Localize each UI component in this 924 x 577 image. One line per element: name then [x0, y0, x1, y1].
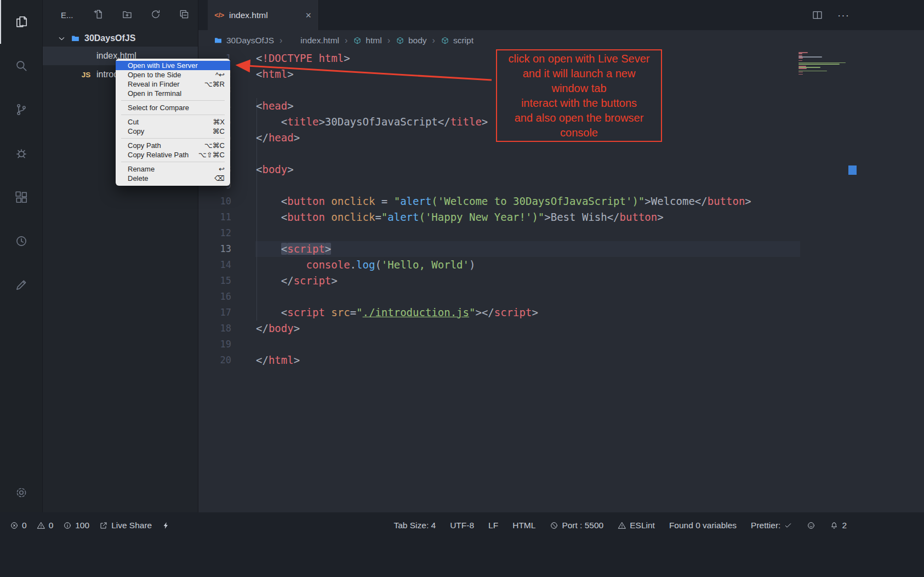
- new-folder-icon: [122, 9, 133, 20]
- breadcrumb-script[interactable]: script: [441, 36, 474, 45]
- line-number: 17: [198, 305, 231, 321]
- status-html[interactable]: HTML: [512, 521, 535, 530]
- code-line[interactable]: </html>: [256, 352, 792, 368]
- smiley-icon: [807, 521, 815, 530]
- status-utf-8[interactable]: UTF-8: [450, 521, 474, 530]
- menu-separator: [121, 138, 225, 139]
- git-icon: [14, 102, 28, 117]
- menu-item-copy-path[interactable]: Copy Path⌥⌘C: [116, 141, 230, 150]
- vscode-window: E... 30DaysOfJSindex.htmlJSintroduction.…: [0, 0, 924, 577]
- code-line[interactable]: <body>: [256, 162, 792, 178]
- status-100[interactable]: 100: [63, 521, 89, 530]
- status-prettier[interactable]: Prettier:: [751, 521, 792, 530]
- code-line[interactable]: [256, 178, 792, 193]
- breadcrumb-html[interactable]: html: [353, 36, 381, 45]
- debug-icon: [14, 146, 28, 161]
- more-actions-icon[interactable]: ···: [837, 9, 849, 21]
- split-editor-icon[interactable]: [812, 9, 823, 21]
- status-0[interactable]: 0: [10, 521, 27, 530]
- editor-actions: ···: [812, 0, 849, 30]
- folder-icon: [214, 36, 223, 45]
- share-icon: [99, 521, 108, 530]
- status-0[interactable]: 0: [37, 521, 54, 530]
- breadcrumb-separator: ›: [387, 36, 390, 45]
- status-left: 00100Live Share: [10, 521, 170, 530]
- activity-explorer[interactable]: [0, 0, 42, 44]
- info-icon: [63, 521, 72, 530]
- code-line[interactable]: <button onclick = "alert('Welcome to 30D…: [256, 193, 792, 209]
- menu-item-rename[interactable]: Rename↩: [116, 164, 230, 174]
- code-line[interactable]: [256, 289, 792, 305]
- warn-icon: [618, 521, 626, 530]
- breadcrumb: 30DaysOfJS›index.html›html›body›script: [198, 30, 924, 50]
- line-number: 12: [198, 225, 231, 241]
- refresh-button[interactable]: [150, 9, 161, 22]
- activity-history[interactable]: [0, 219, 42, 263]
- status-2[interactable]: 2: [830, 521, 847, 530]
- menu-item-cut[interactable]: Cut⌘X: [116, 117, 230, 127]
- code-line[interactable]: [256, 336, 792, 352]
- annotation-box: click on open with Live Sever and it wil…: [496, 49, 662, 142]
- tab-label: index.html: [229, 10, 268, 20]
- code-line[interactable]: [256, 146, 792, 162]
- breadcrumb-30daysofjs[interactable]: 30DaysOfJS: [214, 36, 274, 45]
- status-found-0-variables[interactable]: Found 0 variables: [669, 521, 737, 530]
- context-menu: Open with Live ServerOpen to the Side^↩R…: [116, 59, 230, 186]
- extensions-icon: [14, 190, 28, 204]
- close-tab-icon[interactable]: ×: [305, 10, 311, 20]
- gear-icon: [14, 485, 28, 500]
- history-icon: [14, 234, 28, 248]
- menu-item-reveal-in-finder[interactable]: Reveal in Finder⌥⌘R: [116, 79, 230, 89]
- menu-item-delete[interactable]: Delete⌫: [116, 174, 230, 183]
- code-line[interactable]: </body>: [256, 321, 792, 336]
- activity-feedback[interactable]: [0, 263, 42, 307]
- status-tab-size-4[interactable]: Tab Size: 4: [393, 521, 436, 530]
- refresh-icon: [150, 9, 161, 20]
- menu-item-open-to-the-side[interactable]: Open to the Side^↩: [116, 70, 230, 79]
- minimap[interactable]: [798, 52, 848, 75]
- search-icon: [14, 59, 28, 73]
- menu-item-copy-relative-path[interactable]: Copy Relative Path⌥⇧⌘C: [116, 150, 230, 159]
- new-file-button[interactable]: [93, 9, 104, 22]
- menu-item-copy[interactable]: Copy⌘C: [116, 127, 230, 136]
- tab-index-html[interactable]: </> index.html ×: [208, 0, 319, 30]
- status-smiley[interactable]: [807, 521, 815, 530]
- code-line[interactable]: [256, 225, 792, 241]
- tree-item-root-folder[interactable]: 30DaysOfJS: [43, 30, 198, 47]
- line-number: 20: [198, 352, 231, 368]
- menu-item-open-with-live-server[interactable]: Open with Live Server: [116, 61, 230, 70]
- code-line[interactable]: <script>: [256, 241, 792, 257]
- activity-run-debug[interactable]: [0, 132, 42, 175]
- collapse-icon: [179, 9, 190, 20]
- explorer-header: E...: [43, 0, 198, 30]
- code-line[interactable]: <script src="./introduction.js"></script…: [256, 305, 792, 321]
- html-file-icon: [288, 36, 296, 45]
- status-eslint[interactable]: ESLint: [618, 521, 655, 530]
- status-bolt[interactable]: [162, 521, 170, 530]
- line-number: 18: [198, 321, 231, 336]
- breadcrumb-index-html[interactable]: index.html: [288, 36, 339, 45]
- code-line[interactable]: console.log('Hello, World'): [256, 257, 792, 273]
- activity-bar-top: [0, 0, 42, 307]
- menu-item-select-for-compare[interactable]: Select for Compare: [116, 103, 230, 112]
- menu-separator: [121, 162, 225, 162]
- status-lf[interactable]: LF: [488, 521, 498, 530]
- menu-item-open-in-terminal[interactable]: Open in Terminal: [116, 89, 230, 98]
- status-live-share[interactable]: Live Share: [99, 521, 152, 530]
- pencil-icon: [14, 278, 28, 292]
- cube-icon: [396, 36, 404, 45]
- breadcrumb-separator: ›: [345, 36, 347, 45]
- breadcrumb-body[interactable]: body: [396, 36, 427, 45]
- activity-extensions[interactable]: [0, 175, 42, 219]
- activity-search[interactable]: [0, 44, 42, 88]
- line-number: 15: [198, 273, 231, 289]
- new-folder-button[interactable]: [122, 9, 133, 22]
- line-number: 19: [198, 336, 231, 352]
- activity-settings[interactable]: [0, 473, 42, 512]
- chevron-down-icon: [57, 34, 66, 43]
- status-port-5500[interactable]: Port : 5500: [550, 521, 603, 530]
- activity-source-control[interactable]: [0, 88, 42, 132]
- code-line[interactable]: <button onclick="alert('Happy New Year!'…: [256, 209, 792, 225]
- collapse-all-button[interactable]: [179, 9, 190, 22]
- code-line[interactable]: </script>: [256, 273, 792, 289]
